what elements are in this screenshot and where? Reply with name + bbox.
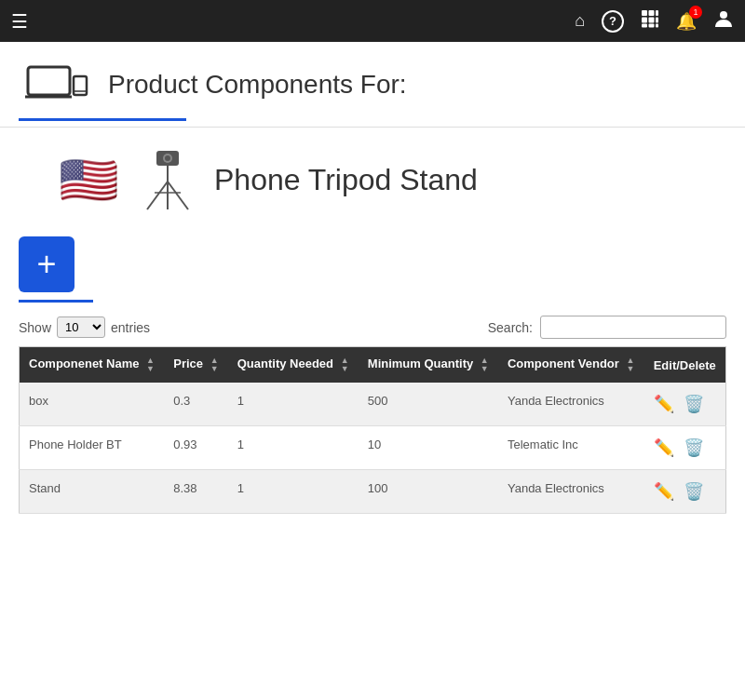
- cell-minimum_quantity: 10: [359, 426, 498, 470]
- cell-component_vendor: Yanda Electronics: [498, 383, 644, 426]
- cell-price: 0.3: [164, 383, 227, 426]
- svg-rect-7: [649, 24, 655, 28]
- delete-icon[interactable]: 🗑️: [684, 394, 704, 414]
- svg-rect-3: [642, 18, 647, 23]
- svg-point-16: [165, 155, 170, 161]
- edit-icon[interactable]: ✏️: [654, 481, 674, 502]
- svg-line-18: [147, 182, 168, 209]
- svg-point-9: [720, 11, 727, 19]
- show-entries-control: Show 10 25 50 100 entries: [19, 316, 150, 338]
- table-body: box0.31500Yanda Electronics ✏️ 🗑️ Phone …: [20, 383, 726, 514]
- cell-actions: ✏️ 🗑️: [644, 426, 726, 470]
- cell-price: 8.38: [164, 470, 227, 514]
- hamburger-icon[interactable]: ☰: [11, 10, 28, 33]
- table-controls: Show 10 25 50 100 entries Search:: [0, 303, 745, 346]
- table-row: Stand8.381100Yanda Electronics ✏️ 🗑️: [20, 470, 726, 514]
- page-title: Product Components For:: [108, 70, 407, 100]
- svg-rect-8: [656, 24, 658, 28]
- header-row: Componenet Name ▲▼ Price ▲▼ Quantity Nee…: [20, 347, 726, 384]
- title-underline: [19, 118, 186, 121]
- cell-minimum_quantity: 500: [359, 383, 498, 426]
- col-quantity-needed: Quantity Needed ▲▼: [228, 347, 359, 384]
- components-table: Componenet Name ▲▼ Price ▲▼ Quantity Nee…: [19, 346, 726, 514]
- svg-rect-0: [642, 10, 647, 16]
- flag-circle: 🇺🇸: [56, 148, 121, 213]
- sort-arrows-min[interactable]: ▲▼: [481, 357, 489, 373]
- delete-icon[interactable]: 🗑️: [684, 481, 704, 502]
- product-name: Phone Tripod Stand: [214, 163, 478, 197]
- nav-right: ⌂ ? 🔔 1: [575, 8, 734, 34]
- entries-select[interactable]: 10 25 50 100: [57, 316, 105, 338]
- svg-rect-10: [28, 67, 70, 95]
- cell-actions: ✏️ 🗑️: [644, 383, 726, 426]
- grid-icon[interactable]: [641, 9, 659, 33]
- notification-badge: 1: [689, 6, 702, 19]
- col-edit-delete: Edit/Delete: [644, 347, 726, 384]
- table-row: box0.31500Yanda Electronics ✏️ 🗑️: [20, 383, 726, 426]
- help-icon[interactable]: ?: [602, 10, 624, 33]
- svg-rect-12: [74, 76, 87, 95]
- nav-left: ☰: [11, 10, 28, 33]
- bell-icon[interactable]: 🔔 1: [676, 11, 697, 32]
- col-component-name: Componenet Name ▲▼: [20, 347, 165, 384]
- add-button-section: +: [0, 223, 745, 303]
- svg-rect-4: [649, 18, 655, 23]
- edit-icon[interactable]: ✏️: [654, 438, 674, 458]
- cell-actions: ✏️ 🗑️: [644, 470, 726, 514]
- sort-arrows-name[interactable]: ▲▼: [146, 357, 155, 373]
- cell-component_vendor: Yanda Electronics: [498, 470, 644, 514]
- sort-arrows-vendor[interactable]: ▲▼: [626, 357, 634, 373]
- show-label: Show: [19, 320, 51, 335]
- top-nav: ☰ ⌂ ? 🔔 1: [0, 0, 745, 42]
- sort-arrows-price[interactable]: ▲▼: [210, 357, 219, 373]
- product-components-icon: [19, 57, 93, 113]
- svg-rect-5: [656, 18, 658, 23]
- table-header: Componenet Name ▲▼ Price ▲▼ Quantity Nee…: [20, 347, 726, 384]
- cell-quantity_needed: 1: [228, 383, 359, 426]
- svg-rect-1: [649, 10, 655, 16]
- user-icon[interactable]: [713, 8, 734, 34]
- add-component-button[interactable]: +: [19, 236, 74, 292]
- cell-component_vendor: Telematic Inc: [498, 426, 644, 470]
- product-section: 🇺🇸 Phone Tripod Stand: [0, 128, 745, 223]
- entries-label: entries: [111, 320, 150, 335]
- edit-icon[interactable]: ✏️: [654, 394, 674, 414]
- cell-component_name: Phone Holder BT: [20, 426, 165, 470]
- cell-quantity_needed: 1: [228, 426, 359, 470]
- page-header: Product Components For:: [0, 42, 745, 113]
- search-input[interactable]: [540, 316, 726, 339]
- svg-rect-6: [642, 24, 647, 28]
- search-label: Search:: [488, 320, 533, 335]
- cell-component_name: Stand: [20, 470, 165, 514]
- svg-rect-2: [656, 10, 658, 16]
- cell-price: 0.93: [164, 426, 227, 470]
- col-price: Price ▲▼: [164, 347, 227, 384]
- tripod-icon-wrapper: [140, 146, 196, 214]
- col-minimum-quantity: Minimum Quantity ▲▼: [359, 347, 498, 384]
- svg-line-19: [168, 182, 188, 209]
- table-wrapper: Componenet Name ▲▼ Price ▲▼ Quantity Nee…: [0, 346, 745, 532]
- table-row: Phone Holder BT0.93110Telematic Inc ✏️ 🗑…: [20, 426, 726, 470]
- col-component-vendor: Component Vendor ▲▼: [498, 347, 644, 384]
- cell-minimum_quantity: 100: [359, 470, 498, 514]
- delete-icon[interactable]: 🗑️: [684, 438, 704, 458]
- sort-arrows-qty[interactable]: ▲▼: [341, 357, 349, 373]
- search-section: Search:: [488, 316, 726, 339]
- home-icon[interactable]: ⌂: [575, 11, 585, 31]
- cell-component_name: box: [20, 383, 165, 426]
- cell-quantity_needed: 1: [228, 470, 359, 514]
